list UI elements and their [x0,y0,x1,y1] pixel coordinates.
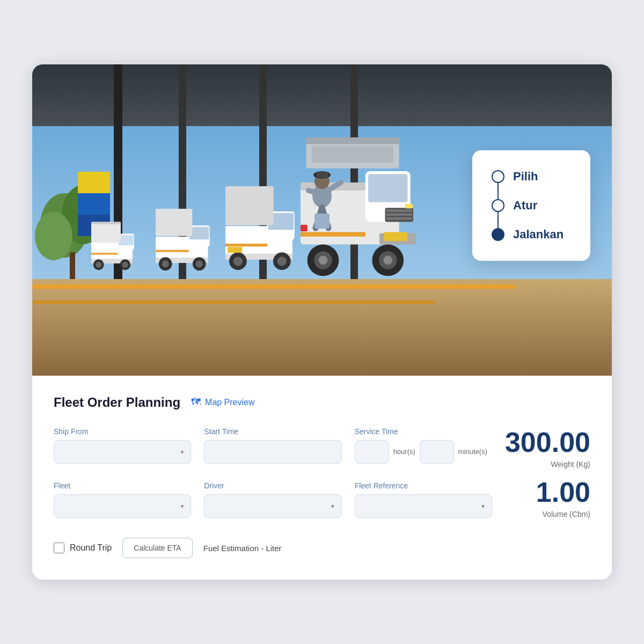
svg-rect-51 [312,146,393,163]
svg-point-43 [233,257,243,266]
start-time-group: Start Time [204,427,341,464]
step-dot-atur [492,199,504,212]
minutes-unit-label: minute(s) [458,448,487,456]
map-preview-label: Map Preview [205,398,254,407]
step-dot-pilih [492,170,504,183]
fleet-reference-select[interactable] [355,494,492,518]
fleet-select[interactable] [54,494,191,518]
svg-point-22 [96,262,101,268]
calculate-eta-label: Calculate ETA [134,544,181,552]
step-atur: Atur [492,199,565,228]
round-trip-checkbox[interactable] [54,543,64,553]
svg-rect-74 [317,172,328,178]
svg-rect-70 [301,225,308,232]
svg-rect-61 [405,204,413,208]
map-preview-button[interactable]: 🗺 Map Preview [191,397,254,408]
svg-rect-25 [91,253,118,254]
svg-rect-7 [78,172,110,193]
svg-rect-69 [384,232,407,241]
step-label-jalankan: Jalankan [513,228,564,241]
svg-rect-5 [70,252,75,279]
step-label-pilih: Pilih [513,170,538,184]
start-time-input[interactable] [204,440,341,464]
svg-rect-16 [32,301,435,304]
volume-value: 1.00 [536,477,590,508]
fleet-reference-label: Fleet Reference [355,481,492,490]
svg-rect-26 [91,222,121,243]
svg-line-76 [309,191,322,194]
service-time-hours-input[interactable] [355,440,389,464]
ship-from-label: Ship From [54,427,191,436]
svg-rect-27 [91,222,121,224]
svg-point-64 [319,255,328,265]
fleet-label: Fleet [54,481,191,490]
svg-point-45 [277,257,287,266]
hero-section: Pilih Atur Jalankan [32,64,612,376]
fuel-estimation-label: Fuel Estimation - Liter [203,544,282,553]
volume-label: Volume (Cbm) [543,510,590,518]
svg-rect-50 [306,137,399,144]
ship-from-select-wrapper [54,440,191,464]
steps-card: Pilih Atur Jalankan [472,150,590,261]
svg-point-33 [162,260,169,267]
svg-point-4 [35,212,72,260]
main-card: Pilih Atur Jalankan Fleet Order Planning… [32,64,612,580]
step-jalankan: Jalankan [492,228,565,241]
bottom-row: Round Trip Calculate ETA Fuel Estimation… [54,538,590,558]
weight-label: Weight (Kg) [551,460,590,469]
ship-from-group: Ship From [54,427,191,464]
hours-unit-label: hour(s) [393,448,415,456]
fleet-select-wrapper [54,494,191,518]
service-time-minutes-input[interactable] [420,440,454,464]
svg-rect-30 [189,227,209,239]
svg-point-35 [196,260,203,267]
svg-rect-68 [301,232,365,236]
svg-point-24 [122,262,128,268]
svg-rect-58 [386,214,412,216]
service-time-group: Service Time hour(s) minute(s) [355,427,492,464]
calculate-eta-button[interactable]: Calculate ETA [122,538,192,558]
round-trip-label: Round Trip [70,543,112,553]
round-trip-checkbox-wrapper[interactable]: Round Trip [54,543,112,553]
weight-value: 300.00 [505,427,590,458]
step-dot-jalankan [492,228,504,241]
ship-from-select[interactable] [54,440,191,464]
form-header: Fleet Order Planning 🗺 Map Preview [54,395,590,410]
driver-label: Driver [204,481,341,490]
driver-group: Driver [204,481,341,518]
service-time-inputs: hour(s) minute(s) [355,440,492,464]
service-time-label: Service Time [355,427,492,436]
svg-rect-46 [225,244,267,246]
svg-rect-59 [386,217,412,219]
driver-select[interactable] [204,494,341,518]
svg-rect-57 [386,209,412,211]
driver-select-wrapper [204,494,341,518]
steps-list: Pilih Atur Jalankan [492,170,565,241]
svg-rect-14 [32,279,612,376]
stats-panel: 300.00 Weight (Kg) 1.00 Volume (Cbm) [505,427,590,525]
svg-rect-55 [368,174,408,202]
svg-rect-47 [225,186,274,225]
form-grid: Ship From Start Time Service Time hour(s… [54,427,590,525]
svg-rect-15 [32,284,515,289]
fleet-reference-select-wrapper [355,494,492,518]
svg-rect-79 [314,214,330,229]
form-section: Fleet Order Planning 🗺 Map Preview Ship … [32,376,612,580]
fleet-reference-group: Fleet Reference [355,481,492,518]
map-icon: 🗺 [191,397,201,408]
svg-rect-36 [156,250,189,252]
svg-rect-48 [228,247,242,253]
form-title: Fleet Order Planning [54,395,180,410]
svg-point-67 [383,255,392,265]
step-label-atur: Atur [513,199,537,213]
step-pilih: Pilih [492,170,565,199]
svg-rect-37 [156,209,192,236]
fleet-group: Fleet [54,481,191,518]
start-time-label: Start Time [204,427,341,436]
